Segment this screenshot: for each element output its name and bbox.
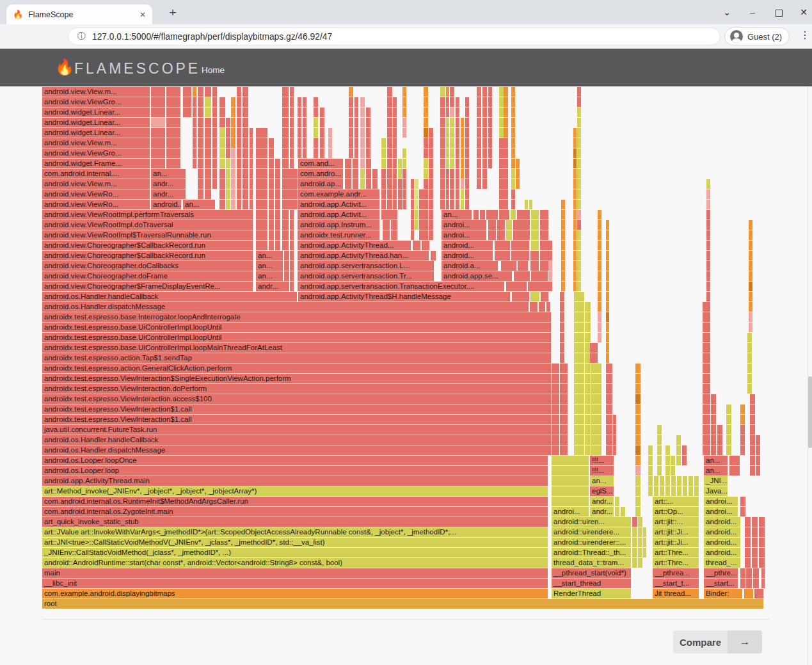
flame-frame[interactable]: [606, 374, 612, 383]
flame-frame[interactable]: [303, 128, 306, 138]
flame-frame[interactable]: [560, 333, 564, 342]
flame-frame[interactable]: android.os.Handler.handleCallback: [42, 435, 551, 445]
flame-frame[interactable]: [577, 230, 581, 240]
flame-frame[interactable]: [446, 148, 449, 158]
flame-frame[interactable]: [703, 343, 710, 353]
flame-frame[interactable]: android::uirendere...: [552, 527, 631, 537]
flame-frame[interactable]: [750, 405, 755, 414]
flame-frame[interactable]: [740, 497, 745, 506]
flame-frame[interactable]: [606, 353, 609, 363]
flame-frame[interactable]: art::jit::Ji...: [653, 538, 699, 547]
flame-frame[interactable]: [573, 241, 577, 250]
flame-frame[interactable]: android.app.servertransaction.L...: [298, 261, 434, 271]
flame-frame[interactable]: [517, 210, 530, 220]
flame-frame[interactable]: [440, 189, 445, 199]
flame-frame[interactable]: [393, 179, 397, 189]
flame-frame[interactable]: [231, 108, 235, 117]
flame-frame[interactable]: [243, 138, 248, 148]
flame-frame[interactable]: [393, 118, 397, 127]
flame-frame[interactable]: [501, 261, 516, 271]
flame-frame[interactable]: [574, 343, 584, 353]
flame-frame[interactable]: [703, 415, 710, 424]
flame-frame[interactable]: [561, 261, 565, 271]
flame-frame[interactable]: [511, 200, 515, 209]
flame-frame[interactable]: [591, 374, 601, 383]
flame-frame[interactable]: [212, 159, 217, 168]
flame-frame[interactable]: art::Thre...: [653, 558, 699, 568]
flame-frame[interactable]: [440, 97, 445, 107]
flame-frame[interactable]: [598, 292, 601, 301]
flame-frame[interactable]: [541, 292, 548, 301]
flame-frame[interactable]: [256, 159, 267, 168]
flame-frame[interactable]: [284, 271, 289, 281]
flame-frame[interactable]: android...: [704, 517, 740, 527]
flame-frame[interactable]: [294, 179, 298, 189]
flame-frame[interactable]: [461, 179, 464, 189]
flame-frame[interactable]: [237, 87, 241, 97]
flame-frame[interactable]: [219, 128, 225, 138]
flame-frame[interactable]: [635, 486, 641, 496]
flame-frame[interactable]: android.widget.Linear...: [42, 118, 150, 127]
flame-frame[interactable]: [360, 169, 365, 179]
flame-frame[interactable]: [243, 128, 248, 138]
flame-frame[interactable]: [740, 445, 745, 455]
flame-frame[interactable]: [450, 118, 454, 127]
flame-frame[interactable]: [635, 445, 641, 455]
flame-frame[interactable]: [486, 210, 498, 220]
flame-frame[interactable]: [574, 384, 584, 394]
flame-frame[interactable]: [585, 394, 591, 404]
flame-frame[interactable]: [753, 568, 759, 578]
flame-frame[interactable]: [461, 128, 464, 138]
flame-frame[interactable]: [282, 128, 289, 138]
flame-frame[interactable]: [654, 486, 658, 496]
flame-frame[interactable]: [393, 159, 397, 168]
flame-frame[interactable]: [643, 548, 646, 557]
flame-frame[interactable]: [237, 159, 241, 168]
flame-frame[interactable]: [552, 486, 589, 496]
flame-frame[interactable]: [290, 230, 294, 240]
flame-frame[interactable]: [606, 415, 612, 424]
flame-frame[interactable]: [424, 169, 428, 179]
flame-frame[interactable]: android.os.Handler.handleCallback: [42, 292, 297, 301]
flame-frame[interactable]: [198, 87, 203, 97]
flame-frame[interactable]: [345, 159, 351, 168]
flame-frame[interactable]: [290, 138, 294, 148]
flame-frame[interactable]: [511, 179, 515, 189]
flame-frame[interactable]: [552, 394, 559, 404]
flame-frame[interactable]: [495, 251, 510, 260]
flame-frame[interactable]: [585, 333, 591, 342]
flame-frame[interactable]: [256, 148, 267, 158]
flame-frame[interactable]: [665, 476, 670, 486]
flame-frame[interactable]: [560, 374, 568, 383]
flame-frame[interactable]: [151, 148, 165, 158]
flame-frame[interactable]: [151, 108, 165, 117]
flame-frame[interactable]: [282, 230, 289, 240]
flame-frame[interactable]: androidx.test.espresso.ViewInteraction.d…: [42, 384, 551, 394]
flame-frame[interactable]: [366, 108, 370, 117]
flame-frame[interactable]: androidx.test.espresso.base.UiController…: [42, 333, 551, 342]
flame-frame[interactable]: [540, 241, 548, 250]
flame-frame[interactable]: [456, 179, 459, 189]
flame-frame[interactable]: [726, 425, 731, 435]
flame-frame[interactable]: Jit thread...: [653, 589, 699, 598]
flame-frame[interactable]: [577, 128, 581, 138]
flame-frame[interactable]: [387, 200, 392, 209]
flame-frame[interactable]: [226, 118, 230, 127]
flame-frame[interactable]: [314, 97, 318, 107]
flame-frame[interactable]: [269, 210, 274, 220]
flame-frame[interactable]: [320, 128, 324, 138]
flame-frame[interactable]: [328, 148, 332, 158]
flame-frame[interactable]: [212, 108, 217, 117]
flame-frame[interactable]: [303, 118, 306, 127]
flame-frame[interactable]: [665, 466, 670, 476]
flame-frame[interactable]: [606, 425, 612, 435]
flame-frame[interactable]: [450, 97, 454, 107]
flame-frame[interactable]: [480, 210, 485, 220]
flame-frame[interactable]: [676, 445, 681, 455]
flame-frame[interactable]: [477, 169, 481, 179]
flame-frame[interactable]: [424, 220, 428, 230]
flame-frame[interactable]: [552, 435, 559, 445]
flame-frame[interactable]: [354, 108, 358, 117]
flame-frame[interactable]: android.view.Choreographer$CallbackRecor…: [42, 251, 253, 260]
flame-frame[interactable]: [314, 138, 318, 148]
